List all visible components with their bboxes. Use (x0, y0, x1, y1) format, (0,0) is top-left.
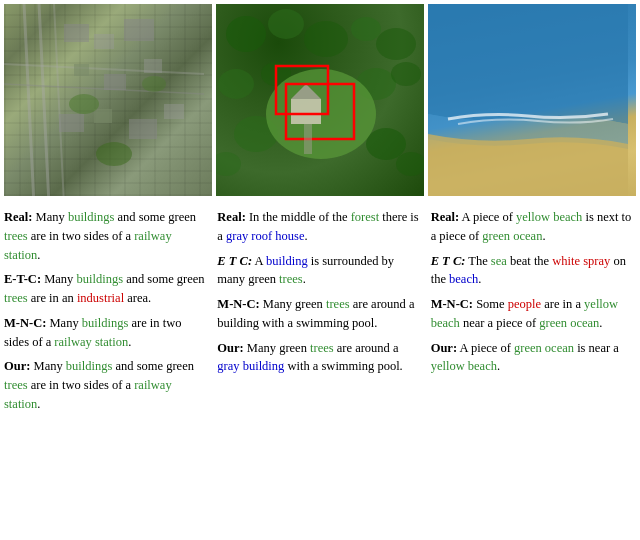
col1-real: Real: Many buildings and some green tree… (4, 208, 209, 264)
svg-rect-5 (64, 24, 89, 42)
col1-mnc: M-N-C: Many buildings are in two sides o… (4, 314, 209, 352)
col3-etc-spray: white spray (552, 254, 610, 268)
svg-line-0 (24, 4, 34, 196)
col1-real-railway: railway station (4, 229, 172, 262)
svg-line-2 (54, 4, 64, 196)
svg-rect-12 (94, 109, 112, 123)
col1-our-text: Many buildings and some green trees are … (4, 359, 194, 411)
col2-our: Our: Many green trees are around a gray … (217, 339, 422, 377)
col2-our-text: Many green trees are around a gray build… (217, 341, 402, 374)
col2-mnc-trees: trees (326, 297, 350, 311)
col1-etc: E-T-C: Many buildings and some green tre… (4, 270, 209, 308)
col2-real-forest: forest (351, 210, 379, 224)
col1-etc-buildings: buildings (76, 272, 123, 286)
col1-our: Our: Many buildings and some green trees… (4, 357, 209, 413)
col3-our: Our: A piece of green ocean is near a ye… (431, 339, 636, 377)
city-image-box (4, 4, 212, 196)
col3-real-ocean: green ocean (482, 229, 542, 243)
svg-line-3 (4, 64, 204, 74)
col1-real-text: Many buildings and some green trees are … (4, 210, 196, 262)
col1-our-label: Our: (4, 359, 30, 373)
svg-rect-7 (124, 19, 154, 41)
svg-rect-13 (129, 119, 157, 139)
svg-point-16 (142, 76, 166, 92)
text-row: Real: Many buildings and some green tree… (0, 200, 640, 540)
col3-mnc: M-N-C: Some people are in a yellow beach… (431, 295, 636, 333)
beach-overlay-svg (428, 4, 636, 196)
forest-overlay-svg (216, 4, 424, 196)
col2-real-house: gray roof house (226, 229, 304, 243)
col1-our-buildings: buildings (66, 359, 113, 373)
col2-etc-building: building (266, 254, 308, 268)
col1-our-railway: railway station (4, 378, 172, 411)
col1-mnc-buildings: buildings (82, 316, 129, 330)
col2-real-text: In the middle of the forest there is a g… (217, 210, 418, 243)
col2-our-gray-building: gray building (217, 359, 284, 373)
col2-our-label: Our: (217, 341, 243, 355)
svg-point-21 (351, 17, 381, 41)
col3-etc-label: E T C: (431, 254, 466, 268)
images-row (0, 0, 640, 200)
forest-image-box (216, 4, 424, 196)
svg-point-28 (366, 128, 406, 160)
svg-point-29 (216, 152, 241, 176)
beach-image-wrapper (428, 4, 636, 196)
city-overlay-svg (4, 4, 212, 196)
col1-mnc-label: M-N-C: (4, 316, 46, 330)
col1-real-label: Real: (4, 210, 32, 224)
forest-image-wrapper (216, 4, 424, 196)
col3-our-label: Our: (431, 341, 457, 355)
text-col-3: Real: A piece of yellow beach is next to… (431, 208, 636, 536)
svg-rect-14 (164, 104, 184, 119)
col3-mnc-people: people (508, 297, 541, 311)
svg-line-1 (39, 4, 49, 196)
col3-real-text: A piece of yellow beach is next to a pie… (431, 210, 632, 243)
col2-real-label: Real: (217, 210, 245, 224)
col3-mnc-label: M-N-C: (431, 297, 473, 311)
svg-rect-6 (94, 34, 114, 49)
col2-etc-label: E T C: (217, 254, 252, 268)
svg-point-22 (376, 28, 416, 60)
text-col-1: Real: Many buildings and some green tree… (4, 208, 209, 536)
col3-our-ocean: green ocean (514, 341, 574, 355)
col2-our-trees: trees (310, 341, 334, 355)
col2-mnc: M-N-C: Many green trees are around a bui… (217, 295, 422, 333)
col1-real-trees: trees (4, 229, 28, 243)
col3-mnc-ocean: green ocean (539, 316, 599, 330)
svg-point-30 (396, 152, 424, 176)
svg-rect-10 (144, 59, 162, 73)
svg-point-23 (218, 69, 254, 99)
col1-real-buildings: buildings (68, 210, 115, 224)
col2-mnc-label: M-N-C: (217, 297, 259, 311)
city-image-wrapper (4, 4, 212, 196)
col1-etc-trees: trees (4, 291, 28, 305)
col1-our-trees: trees (4, 378, 28, 392)
col3-etc: E T C: The sea beat the white spray on t… (431, 252, 636, 290)
col2-real: Real: In the middle of the forest there … (217, 208, 422, 246)
col3-real-beach: yellow beach (516, 210, 582, 224)
text-col-2: Real: In the middle of the forest there … (217, 208, 422, 536)
col3-real-label: Real: (431, 210, 459, 224)
col2-etc: E T C: A building is surrounded by many … (217, 252, 422, 290)
svg-point-19 (268, 9, 304, 39)
col3-our-beach: yellow beach (431, 359, 497, 373)
col2-etc-trees: trees (279, 272, 303, 286)
svg-rect-36 (304, 124, 312, 154)
svg-rect-8 (74, 64, 89, 76)
svg-point-17 (96, 142, 132, 166)
col1-mnc-railway: railway station (54, 335, 128, 349)
svg-point-26 (391, 62, 421, 86)
svg-rect-11 (59, 114, 84, 132)
svg-rect-9 (104, 74, 126, 90)
col1-etc-industrial: industrial (77, 291, 124, 305)
main-container: Real: Many buildings and some green tree… (0, 0, 640, 540)
col3-our-text: A piece of green ocean is near a yellow … (431, 341, 619, 374)
svg-rect-32 (291, 99, 321, 124)
svg-point-20 (304, 21, 348, 57)
col1-etc-label: E-T-C: (4, 272, 41, 286)
col3-etc-sea: sea (491, 254, 507, 268)
svg-point-15 (69, 94, 99, 114)
col3-real: Real: A piece of yellow beach is next to… (431, 208, 636, 246)
col3-etc-beach: beach (449, 272, 478, 286)
beach-image-box (428, 4, 636, 196)
